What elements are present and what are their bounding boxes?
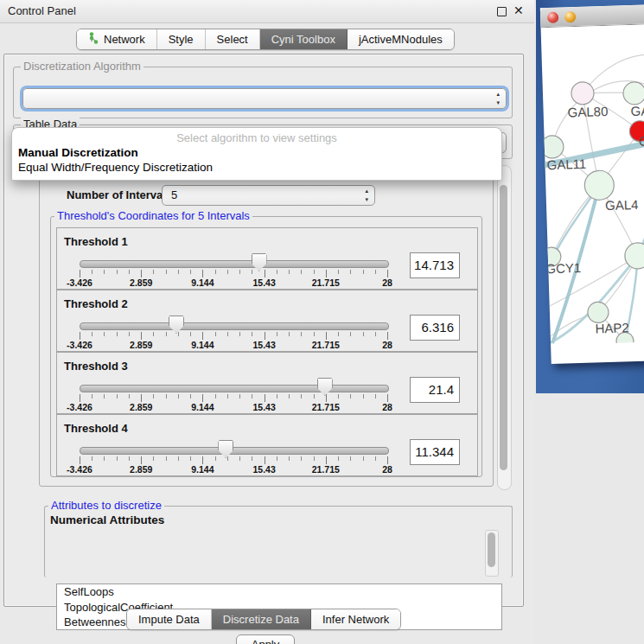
node-label: GAL11 [546, 156, 586, 172]
tab-label: Cyni Toolbox [271, 33, 335, 46]
node-label: GCY1 [545, 260, 581, 276]
mac-window-titlebar [540, 4, 644, 28]
tab-cyni-toolbox[interactable]: Cyni Toolbox [260, 29, 348, 49]
threshold-slider[interactable]: -3.4262.8599.14415.4321.71528 [80, 228, 389, 289]
numerical-attributes-label: Numerical Attributes [50, 513, 164, 526]
network-graph: GAL80GAL11GAL4GCY1HHAP2GAC [540, 4, 644, 345]
thresholds-group: Threshold's Coordinates for 5 Intervals … [50, 216, 482, 477]
node-label-partial: C [638, 133, 644, 148]
tab-label: Infer Network [322, 613, 389, 626]
tick-label: 2.859 [130, 464, 152, 475]
settings-vertical-scrollbar[interactable] [497, 165, 512, 490]
threshold-value-field[interactable]: 6.316 [410, 315, 460, 341]
network-view-background: GAL80GAL11GAL4GCY1HHAP2GAC [536, 0, 644, 393]
control-panel: Control Panel ✕ NetworkStyleSelectCyni T… [0, 0, 534, 644]
panel-titlebar: Control Panel ✕ [0, 0, 534, 23]
tab-label: Impute Data [138, 613, 200, 626]
tick-label: -3.426 [67, 402, 92, 412]
dropdown-placeholder: Select algorithm to view settings [12, 131, 501, 144]
algorithm-combobox[interactable]: ▴▾ [22, 88, 507, 109]
node-label: HAP2 [595, 320, 629, 335]
close-icon[interactable]: ✕ [513, 3, 524, 17]
tick-label: 15.43 [252, 277, 275, 288]
tick-label: 9.144 [191, 464, 214, 475]
panel-title: Control Panel [8, 4, 76, 17]
group-title: Attributes to discretize [48, 499, 164, 512]
tab-discretize-data[interactable]: Discretize Data [212, 609, 311, 629]
tick-label: 9.144 [191, 402, 214, 412]
network-icon [88, 32, 99, 47]
tab-label: Select [217, 33, 248, 46]
tab-label: Discretize Data [223, 613, 299, 626]
tab-select[interactable]: Select [206, 29, 260, 49]
settings-panel: Discretization Algorithm ▴▾ Select algor… [3, 54, 524, 607]
tick-label: -3.426 [67, 464, 92, 475]
network-node-gal11[interactable] [540, 136, 564, 159]
tick-label: 15.43 [252, 464, 275, 475]
tick-label: 28 [382, 277, 392, 288]
network-node-gal80[interactable] [571, 81, 595, 105]
tick-label: 9.144 [191, 277, 214, 288]
tick-label: 28 [382, 402, 392, 412]
tick-label: -3.426 [67, 277, 92, 288]
interval-definition-group: Interval Definition Number of Intervals … [39, 170, 494, 487]
tick-label: 15.43 [252, 402, 275, 412]
attributes-group: Attributes to discretize Numerical Attri… [44, 506, 513, 577]
threshold-value-field[interactable]: 11.344 [410, 439, 460, 465]
slider-thumb[interactable] [317, 378, 333, 396]
attribute-list-item[interactable]: SelfLoops [57, 584, 501, 600]
tick-label: 28 [382, 340, 392, 350]
slider-thumb[interactable] [169, 316, 184, 334]
tick-label: 21.715 [312, 464, 340, 475]
minimize-traffic-light-icon[interactable] [564, 11, 576, 22]
tick-label: -3.426 [67, 340, 92, 350]
tab-style[interactable]: Style [157, 29, 206, 49]
threshold-value-field[interactable]: 21.4 [410, 377, 460, 403]
network-node-gal4[interactable] [584, 170, 615, 201]
tick-label: 28 [382, 464, 392, 475]
threshold-row-1: Threshold 1-3.4262.8599.14415.4321.71528… [56, 227, 478, 290]
dropdown-option-equal-width-frequency[interactable]: Equal Width/Frequency Discretization [18, 161, 213, 174]
tick-label: 15.43 [252, 340, 275, 350]
threshold-value-field[interactable]: 14.713 [410, 252, 460, 278]
spinner-icon: ▴▾ [496, 90, 500, 107]
slider-thumb[interactable] [252, 253, 267, 271]
tick-label: 9.144 [191, 340, 214, 350]
number-of-intervals-label: Number of Intervals [67, 188, 172, 201]
threshold-slider[interactable]: -3.4262.8599.14415.4321.71528 [80, 353, 389, 413]
apply-button[interactable]: Apply [236, 634, 295, 644]
tab-infer-network[interactable]: Infer Network [311, 609, 400, 629]
network-node-h[interactable] [624, 242, 644, 269]
tick-label: 21.715 [312, 340, 340, 350]
close-traffic-light-icon[interactable] [547, 11, 558, 22]
spinner-icon: ▴▾ [365, 187, 368, 204]
group-title: Discretization Algorithm [21, 60, 143, 73]
tick-label: 2.859 [130, 277, 152, 288]
network-canvas[interactable]: GAL80GAL11GAL4GCY1HHAP2GAC [540, 4, 644, 348]
tab-label: Network [104, 33, 145, 46]
threshold-row-2: Threshold 2-3.4262.8599.14415.4321.71528… [56, 290, 478, 352]
zoom-traffic-light-icon[interactable] [582, 10, 593, 22]
tab-label: Style [169, 33, 194, 46]
tick-label: 21.715 [312, 277, 340, 288]
right-side: GAL80GAL11GAL4GCY1HHAP2GAC Table Panel ⚙… [536, 0, 644, 644]
threshold-row-3: Threshold 3-3.4262.8599.14415.4321.71528… [56, 352, 478, 414]
float-window-icon[interactable] [497, 7, 507, 16]
node-label: GAL80 [567, 104, 608, 119]
network-node[interactable] [623, 82, 644, 105]
threshold-slider[interactable]: -3.4262.8599.14415.4321.71528 [80, 290, 389, 351]
slider-thumb[interactable] [218, 440, 233, 458]
number-of-intervals-combobox[interactable]: 5 ▴▾ [162, 185, 375, 206]
network-view-window: GAL80GAL11GAL4GCY1HHAP2GAC [540, 4, 644, 364]
tick-label: 21.715 [312, 402, 340, 412]
dropdown-option-manual-discretization[interactable]: Manual Discretization [18, 146, 138, 159]
tick-label: 2.859 [130, 402, 152, 412]
tab-impute-data[interactable]: Impute Data [127, 609, 212, 629]
threshold-slider[interactable]: -3.4262.8599.14415.4321.71528 [80, 415, 389, 475]
attributes-list-scrollbar[interactable] [485, 530, 499, 577]
network-node-hap2[interactable] [588, 302, 609, 323]
tick-label: 2.859 [130, 340, 152, 350]
tab-network[interactable]: Network [77, 29, 157, 49]
node-label: GAL4 [605, 197, 639, 213]
tab-jactivemnodules[interactable]: jActiveMNodules [348, 29, 454, 49]
